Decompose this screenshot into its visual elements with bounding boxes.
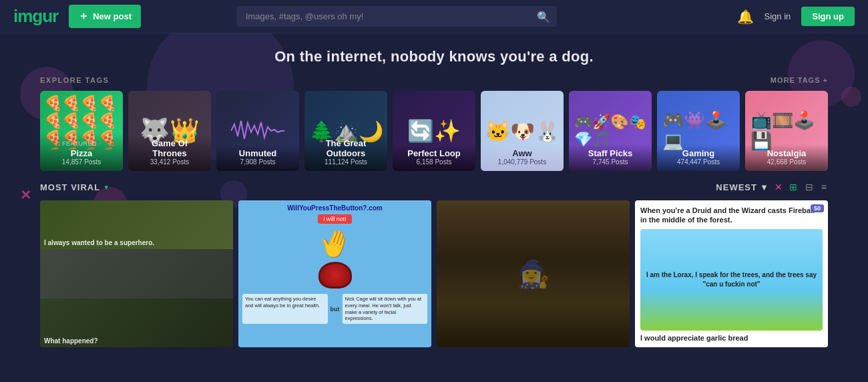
post-4-bottom: I would appreciate garlic bread [640,331,823,342]
tag-card-staffpicks[interactable]: 🎮🚀🎨🎭💎🎵 Staff Picks 7,745 Posts [569,91,652,171]
newest-label: NEWEST ▼ [716,182,769,192]
pizza-name: Pizza [45,148,118,158]
post-2-hand-icon: 🤚 [314,223,356,264]
new-post-button[interactable]: ＋ New post [69,5,141,28]
post-1-bot: What happened? [40,299,233,347]
post-card-4[interactable]: When you're a Druid and the Wizard casts… [635,200,828,347]
loop-label: Perfect Loop 6,158 Posts [393,144,475,171]
post-card-1[interactable]: I always wanted to be a superhero. What … [40,200,233,347]
post-2-button [318,262,352,289]
newest-caret: ▼ [760,182,769,192]
staffpicks-name: Staff Picks [574,148,646,158]
post-2-option-2: Nick Cage will sit down with you at ever… [343,294,428,324]
got-label: Game Of Thrones 33,412 Posts [128,134,211,171]
post-4-badge: 50 [811,204,824,212]
grid-2col-icon[interactable]: ⊟ [804,180,815,194]
post-card-3[interactable]: 🧙‍♀️ [437,200,630,347]
nostalgia-name: Nostalgia [750,148,823,158]
post-2-title: WillYouPressTheButton?.com [287,204,383,212]
close-icon[interactable]: ✕ [775,182,783,192]
viral-label: MOST VIRAL [40,182,100,192]
search-input[interactable] [236,6,557,27]
post-4-bg: When you're a Druid and the Wizard casts… [635,200,828,347]
grid-3col-icon[interactable]: ⊞ [788,180,799,194]
nostalgia-label: Nostalgia 42,668 Posts [745,144,828,171]
sign-in-link[interactable]: Sign in [765,11,791,21]
staffpicks-posts: 7,745 Posts [574,158,646,166]
gaming-name: Gaming [662,148,734,158]
nostalgia-posts: 42,668 Posts [750,158,823,166]
post-1-mid [40,249,233,298]
post-4-lorax: I am the Lorax, I speak for the trees, a… [640,229,823,331]
pizza-label: FEATURED · Pizza 14,857 Posts [40,132,123,171]
viral-header: MOST VIRAL ▼ NEWEST ▼ ✕ ⊞ ⊟ ≡ [40,180,828,194]
tag-card-gaming[interactable]: 🎮👾🕹️💻 Gaming 474,447 Posts [657,91,740,171]
post-card-2[interactable]: WillYouPressTheButton?.com i will not! 🤚… [238,200,431,347]
post-2-option-1: You can eat anything you desire and will… [242,294,328,324]
post-2-will-not: i will not! [318,214,352,224]
tags-grid: 🍕🍕🍕🍕🍕🍕🍕🍕🍕🍕🍕🍕🍕🍕🍕🍕🍕🍕🍕🍕 FEATURED · Pizza 14… [40,91,828,171]
explore-section: EXPLORE TAGS MORE TAGS + 🍕🍕🍕🍕🍕🍕🍕🍕🍕🍕🍕🍕🍕🍕🍕… [0,76,868,171]
newest-text: NEWEST [716,182,757,192]
plus-icon: ＋ [78,9,89,23]
hero-section: On the internet, nobody knows you're a d… [0,33,868,76]
staffpicks-label: Staff Picks 7,745 Posts [569,144,652,171]
tag-card-nostalgia[interactable]: 📺🎞️🕹️💾 Nostalgia 42,668 Posts [745,91,828,171]
tag-card-aww[interactable]: 🐱🐶🐰 Aww 1,040,779 Posts [481,91,564,171]
hero-tagline: On the internet, nobody knows you're a d… [0,48,868,65]
viral-caret: ▼ [103,184,110,191]
post-3-content: 🧙‍♀️ [437,200,630,347]
viral-section: MOST VIRAL ▼ NEWEST ▼ ✕ ⊞ ⊟ ≡ I always w… [0,171,868,347]
loop-posts: 6,158 Posts [398,158,470,166]
more-tags-link[interactable]: MORE TAGS + [771,76,828,84]
got-posts: 33,412 Posts [134,158,206,166]
gaming-label: Gaming 474,447 Posts [657,144,740,171]
post-1-top: I always wanted to be a superhero. [40,200,233,249]
newest-section: NEWEST ▼ ✕ ⊞ ⊟ ≡ [716,180,828,194]
section-header: EXPLORE TAGS MORE TAGS + [40,76,828,84]
tag-card-loop[interactable]: 🔄✨ Perfect Loop 6,158 Posts [393,91,475,171]
unmuted-label: Unmuted 7,908 Posts [216,144,299,171]
aww-name: Aww [486,148,558,158]
tag-card-outdoors[interactable]: 🌲⛰️🌙 The Great Outdoors 111,124 Posts [304,91,387,171]
gaming-posts: 474,447 Posts [662,158,734,166]
viral-title: MOST VIRAL ▼ [40,182,110,192]
got-name: Game Of Thrones [134,138,206,158]
post-1-caption-2: What happened? [44,337,98,345]
search-bar: 🔍 [236,6,557,27]
unmuted-posts: 7,908 Posts [222,158,294,166]
header-right: 🔔 Sign in Sign up [737,7,855,26]
outdoors-posts: 111,124 Posts [310,158,382,166]
sign-up-button[interactable]: Sign up [801,7,855,26]
tag-card-got[interactable]: 🐺👑 Game Of Thrones 33,412 Posts [128,91,211,171]
post-1-caption-1: I always wanted to be a superhero. [44,239,154,246]
pizza-badge: FEATURED · [62,140,101,147]
aww-label: Aww 1,040,779 Posts [481,144,564,171]
header: imgur ＋ New post 🔍 🔔 Sign in Sign up [0,0,868,33]
sound-wave-icon [231,118,284,144]
tag-card-unmuted[interactable]: Unmuted 7,908 Posts [216,91,299,171]
post-2-bg: WillYouPressTheButton?.com i will not! 🤚… [238,200,431,347]
outdoors-label: The Great Outdoors 111,124 Posts [304,134,387,171]
images-grid: I always wanted to be a superhero. What … [40,200,828,347]
post-4-title: When you're a Druid and the Wizard casts… [640,206,823,225]
logo: imgur [13,6,58,27]
post-2-but-label: but [331,306,340,313]
pizza-posts: 14,857 Posts [45,158,118,166]
notification-icon[interactable]: 🔔 [737,9,754,25]
unmuted-name: Unmuted [222,148,294,158]
new-post-label: New post [93,11,132,21]
post-1-bg: I always wanted to be a superhero. What … [40,200,233,347]
post-3-bg: 🧙‍♀️ [437,200,630,347]
aww-posts: 1,040,779 Posts [486,158,558,166]
tag-card-pizza[interactable]: 🍕🍕🍕🍕🍕🍕🍕🍕🍕🍕🍕🍕🍕🍕🍕🍕🍕🍕🍕🍕 FEATURED · Pizza 14… [40,91,123,171]
search-button[interactable]: 🔍 [537,10,550,23]
loop-name: Perfect Loop [398,148,470,158]
outdoors-name: The Great Outdoors [310,138,382,158]
post-4-lorax-text: I am the Lorax, I speak for the trees, a… [644,270,819,289]
grid-1col-icon[interactable]: ≡ [820,180,828,194]
explore-title: EXPLORE TAGS [40,76,109,84]
